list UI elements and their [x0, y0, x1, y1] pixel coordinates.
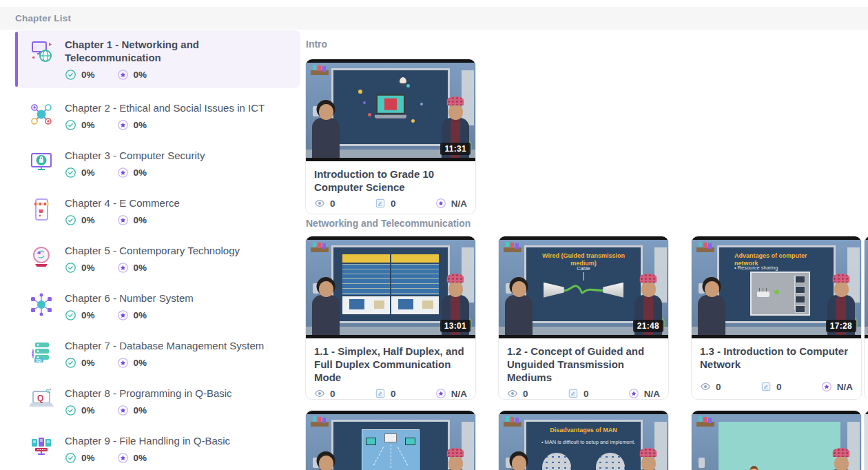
star-circle-icon [117, 214, 129, 226]
rating-stat: N/A [435, 388, 467, 399]
chapter-completion: 0% [65, 357, 95, 369]
score-value: 0% [134, 70, 147, 80]
classroom-board: Advantages of computer networkResource s… [717, 245, 836, 323]
thumbnail-scene [306, 414, 475, 470]
score-value: 0% [134, 405, 147, 416]
video-thumbnail[interactable] [865, 236, 868, 338]
notes-stat: 0 [761, 381, 821, 392]
star-circle-icon [117, 119, 129, 131]
duration-badge: 11:31 [440, 143, 471, 155]
video-card[interactable] [864, 410, 868, 470]
presenter-left [500, 279, 537, 335]
presenter-left [307, 102, 344, 158]
page: Chapter List Chapter 1 - Networking and … [0, 0, 868, 470]
chapter-info: Chapter 9 - File Handling in Q-Basic 0% … [65, 434, 230, 464]
star-circle-icon [435, 198, 446, 209]
thumbnail-scene: Disadvantages of MANMAN is difficult to … [499, 414, 668, 470]
chapter-score: 0% [117, 69, 147, 81]
video-card[interactable] [305, 410, 476, 470]
chapter-list: Chapter 1 - Networking and Telecommunica… [15, 30, 300, 470]
classroom-board: Wired (Guided transmission medium)Cable [524, 245, 643, 323]
chapter-item-1[interactable]: Chapter 1 - Networking and Telecommunica… [15, 30, 300, 88]
rating-value: N/A [644, 389, 660, 399]
monitor-lock-icon [29, 150, 54, 174]
video-title: 1.1 - Simplex, Half Duplex, and Full Dup… [314, 345, 467, 384]
chapter-item-2[interactable]: Chapter 2 - Ethical and Social Issues in… [15, 94, 300, 139]
chapter-item-8[interactable]: Q Chapter 8 - Programming in Q-Basic 0% … [15, 379, 300, 424]
chapter-completion: 0% [65, 405, 95, 416]
video-card[interactable]: Disadvantages of MANMAN is difficult to … [498, 410, 669, 470]
chapter-completion: 0% [65, 214, 95, 226]
chapter-info: Chapter 4 - E Commerce 0% 0% [65, 196, 180, 226]
video-thumbnail[interactable]: Disadvantages of MANMAN is difficult to … [499, 411, 668, 470]
chapter-title: Chapter 1 - Networking and Telecommunica… [65, 38, 229, 64]
video-info: Introduction to Grade 10 Computer Scienc… [306, 161, 475, 214]
views-count: 0 [716, 382, 721, 392]
chapter-title: Chapter 5 - Contemporary Technology [65, 244, 240, 257]
presenter-left [693, 279, 730, 335]
chapter-score: 0% [117, 452, 147, 464]
video-thumbnail[interactable] [692, 411, 861, 470]
eye-icon [700, 381, 711, 392]
monitor-globe-icon [29, 39, 54, 63]
video-thumbnail[interactable]: 11:31 [306, 59, 475, 161]
chapter-item-4[interactable]: Chapter 4 - E Commerce 0% 0% [15, 189, 300, 234]
chapter-item-6[interactable]: Chapter 6 - Number System 0% 0% [15, 284, 300, 329]
duration-badge: 13:01 [440, 320, 471, 332]
views-stat: 0 [314, 198, 375, 209]
rating-value: N/A [451, 389, 467, 399]
chapter-stats: 0% 0% [65, 452, 230, 464]
star-circle-icon [117, 309, 129, 321]
notes-count: 0 [776, 382, 782, 392]
video-card[interactable] [691, 410, 862, 470]
views-count: 0 [330, 198, 335, 209]
shop-phone-icon [29, 197, 54, 222]
chapter-info: Chapter 1 - Networking and Telecommunica… [65, 38, 229, 81]
video-card[interactable]: Advantages of computer networkResource s… [691, 236, 862, 400]
completion-value: 0% [81, 120, 95, 130]
video-title: Introduction to Grade 10 Computer Scienc… [314, 167, 467, 194]
check-circle-icon [65, 214, 76, 226]
video-stats: 0 0 N/A [314, 194, 467, 209]
completion-value: 0% [81, 405, 95, 416]
video-thumbnail[interactable]: 13:01 [306, 236, 475, 338]
video-card[interactable]: 13:01 1.1 - Simplex, Half Duplex, and Fu… [305, 236, 476, 400]
chapter-completion: 0% [65, 309, 95, 321]
video-card[interactable]: 11:31 Introduction to Grade 10 Computer … [305, 59, 476, 214]
chapter-title: Chapter 9 - File Handling in Q-Basic [65, 434, 230, 447]
chapter-stats: 0% 0% [65, 119, 265, 131]
thumbnail-scene [865, 240, 868, 335]
score-value: 0% [134, 215, 147, 225]
chapter-score: 0% [117, 119, 147, 131]
video-card[interactable]: Wired (Guided transmission medium)Cable … [498, 236, 669, 400]
chapter-item-9[interactable]: Chapter 9 - File Handling in Q-Basic 0% … [15, 427, 300, 470]
chapter-info: Chapter 6 - Number System 0% 0% [65, 292, 194, 321]
video-title: 1.2 - Concept of Guided and Unguided Tra… [507, 345, 660, 384]
chapter-info: Chapter 5 - Contemporary Technology 0% 0… [65, 244, 240, 274]
thumbnail-scene [865, 414, 868, 470]
video-thumbnail[interactable] [865, 411, 868, 470]
score-value: 0% [134, 120, 147, 130]
views-stat: 0 [314, 388, 375, 399]
chapter-item-7[interactable]: SQL Chapter 7 - Database Management Syst… [15, 331, 300, 376]
score-value: 0% [134, 453, 147, 463]
chapter-title: Chapter 2 - Ethical and Social Issues in… [65, 101, 265, 114]
chapter-item-3[interactable]: Chapter 3 - Computer Security 0% 0% [15, 141, 300, 186]
svg-text:Q: Q [37, 394, 43, 403]
chapter-item-5[interactable]: Chapter 5 - Contemporary Technology 0% 0… [15, 236, 300, 281]
chapter-completion: 0% [65, 452, 95, 464]
classroom-board [331, 68, 450, 146]
video-stats: 0 0 N/A [314, 384, 467, 399]
video-card[interactable] [864, 236, 868, 400]
notes-count: 0 [583, 389, 589, 399]
presenter-left [307, 453, 344, 470]
chapter-completion: 0% [65, 69, 95, 81]
duration-badge: 17:28 [826, 320, 856, 332]
presenter-left [500, 453, 537, 470]
video-thumbnail[interactable]: Wired (Guided transmission medium)Cable … [499, 236, 668, 338]
score-value: 0% [134, 167, 147, 178]
video-thumbnail[interactable]: Advantages of computer networkResource s… [692, 236, 861, 338]
video-thumbnail[interactable] [306, 411, 475, 470]
chapter-info: Chapter 7 - Database Management System 0… [65, 339, 264, 369]
chapter-stats: 0% 0% [65, 357, 264, 369]
